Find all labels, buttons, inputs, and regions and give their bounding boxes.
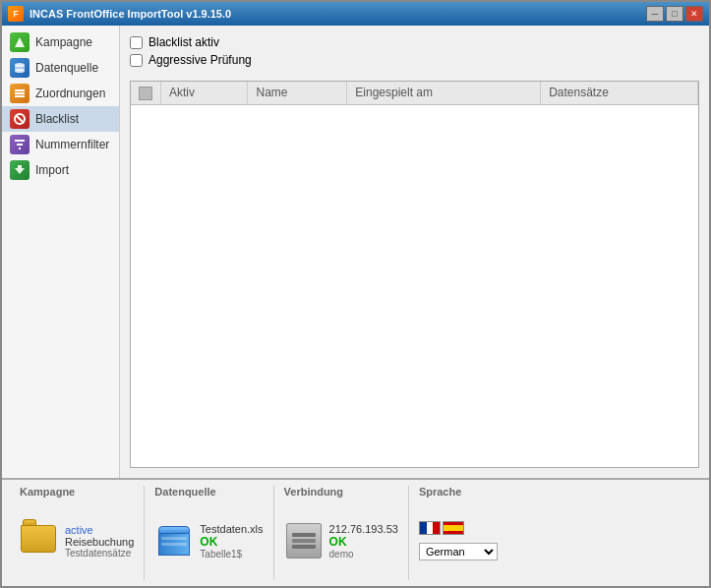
table-header-row: Aktiv Name Eingespielt am Datensätze	[131, 82, 698, 104]
datenquelle-icon	[10, 58, 30, 78]
blacklist-aktiv-label: Blacklist aktiv	[148, 35, 219, 49]
col-header-datensaetze[interactable]: Datensätze	[541, 82, 698, 104]
blacklist-aktiv-row: Blacklist aktiv	[130, 35, 699, 49]
nummernfilter-icon	[10, 135, 30, 154]
datenquelle-tablename: Tabelle1$	[200, 549, 263, 559]
kampagne-content: active Reisebuchung Testdatensätze	[20, 501, 134, 580]
sidebar-item-datenquelle[interactable]: Datenquelle	[2, 55, 119, 81]
sprache-content: German English French Spanish	[419, 501, 527, 580]
content-area: Kampagne Datenquelle	[2, 26, 709, 478]
kampagne-label: Kampagne	[35, 35, 92, 49]
zuordnungen-label: Zuordnungen	[35, 87, 105, 100]
aggressive-pruefung-row: Aggressive Prüfung	[130, 53, 699, 67]
main-panel: Blacklist aktiv Aggressive Prüfung Aktiv	[120, 26, 709, 478]
sprache-controls: German English French Spanish	[419, 521, 498, 560]
flag-spanish	[443, 521, 464, 535]
kampagne-section-title: Kampagne	[20, 486, 134, 498]
kampagne-status: active	[65, 524, 134, 536]
verbindung-content: 212.76.193.53 OK demo	[284, 501, 398, 580]
sidebar-item-nummernfilter[interactable]: Nummernfilter	[2, 132, 119, 157]
verbindung-status: OK	[329, 535, 398, 549]
sidebar-item-blacklist[interactable]: Blacklist	[2, 106, 119, 132]
title-bar-left: F INCAS FrontOffice ImportTool v1.9.15.0	[8, 6, 231, 22]
svg-marker-0	[15, 37, 25, 47]
kampagne-folder-icon	[20, 521, 59, 560]
zuordnungen-icon	[10, 84, 30, 103]
verbindung-text: 212.76.193.53 OK demo	[329, 523, 398, 559]
verbindung-mode: demo	[329, 549, 398, 559]
blacklist-label: Blacklist	[35, 112, 79, 126]
language-select[interactable]: German English French Spanish	[419, 543, 498, 560]
import-icon	[10, 160, 30, 180]
main-window: F INCAS FrontOffice ImportTool v1.9.15.0…	[0, 0, 711, 588]
datenquelle-filename: Testdaten.xls	[200, 523, 263, 535]
svg-rect-13	[18, 165, 22, 168]
datenquelle-content: Testdaten.xls OK Tabelle1$	[154, 501, 263, 580]
blacklist-aktiv-checkbox[interactable]	[130, 36, 143, 49]
bottom-verbindung: Verbindung 212.76.193.53 OK demo	[274, 486, 409, 580]
verbindung-ip: 212.76.193.53	[329, 523, 398, 535]
col-header-eingespielt-am[interactable]: Eingespielt am	[347, 82, 541, 104]
bottom-sprache: Sprache German English French Spanish	[409, 486, 537, 580]
close-button[interactable]: ✕	[685, 6, 703, 22]
col-header-icon	[131, 82, 161, 104]
datenquelle-status: OK	[200, 535, 263, 549]
datenquelle-section-title: Datenquelle	[154, 486, 263, 498]
sidebar-item-zuordnungen[interactable]: Zuordnungen	[2, 81, 119, 106]
window-title: INCAS FrontOffice ImportTool v1.9.15.0	[30, 8, 231, 20]
minimize-button[interactable]: ─	[646, 6, 664, 22]
sidebar-item-import[interactable]: Import	[2, 157, 119, 183]
blacklist-icon	[10, 109, 30, 129]
aggressive-pruefung-checkbox[interactable]	[130, 54, 143, 67]
bottom-datenquelle: Datenquelle Testdaten.xls OK Tabelle1$	[145, 486, 273, 580]
col-header-aktiv[interactable]: Aktiv	[161, 82, 248, 104]
verbindung-server-icon	[284, 521, 324, 560]
app-icon: F	[8, 6, 24, 22]
bottom-kampagne: Kampagne active Reisebuchung Testdatensä…	[10, 486, 145, 580]
blacklist-table: Aktiv Name Eingespielt am Datensätze	[131, 82, 698, 105]
kampagne-text: active Reisebuchung Testdatensätze	[65, 524, 134, 559]
sprache-section-title: Sprache	[419, 486, 527, 498]
sidebar: Kampagne Datenquelle	[2, 26, 120, 478]
import-label: Import	[35, 163, 69, 177]
kampagne-sublabel: Testdatensätze	[65, 548, 134, 559]
flag-french	[419, 521, 441, 535]
datenquelle-text: Testdaten.xls OK Tabelle1$	[200, 523, 263, 559]
aggressive-pruefung-label: Aggressive Prüfung	[148, 53, 252, 67]
title-bar: F INCAS FrontOffice ImportTool v1.9.15.0…	[2, 2, 709, 26]
maximize-button[interactable]: □	[666, 6, 683, 22]
nummernfilter-label: Nummernfilter	[35, 138, 109, 151]
svg-point-3	[15, 69, 25, 73]
col-header-name[interactable]: Name	[248, 82, 347, 104]
bottom-bar: Kampagne active Reisebuchung Testdatensä…	[2, 478, 709, 586]
datenquelle-label: Datenquelle	[35, 61, 98, 75]
window-controls: ─ □ ✕	[646, 6, 703, 22]
datenquelle-db-icon	[154, 521, 194, 560]
kampagne-icon	[10, 32, 30, 52]
options-area: Blacklist aktiv Aggressive Prüfung	[130, 35, 699, 71]
svg-marker-12	[15, 168, 25, 174]
blacklist-table-container: Aktiv Name Eingespielt am Datensätze	[130, 81, 699, 468]
flag-container	[419, 521, 498, 535]
verbindung-section-title: Verbindung	[284, 486, 398, 498]
kampagne-name: Reisebuchung	[65, 536, 134, 548]
sidebar-item-kampagne[interactable]: Kampagne	[2, 29, 119, 55]
svg-line-8	[16, 115, 24, 123]
